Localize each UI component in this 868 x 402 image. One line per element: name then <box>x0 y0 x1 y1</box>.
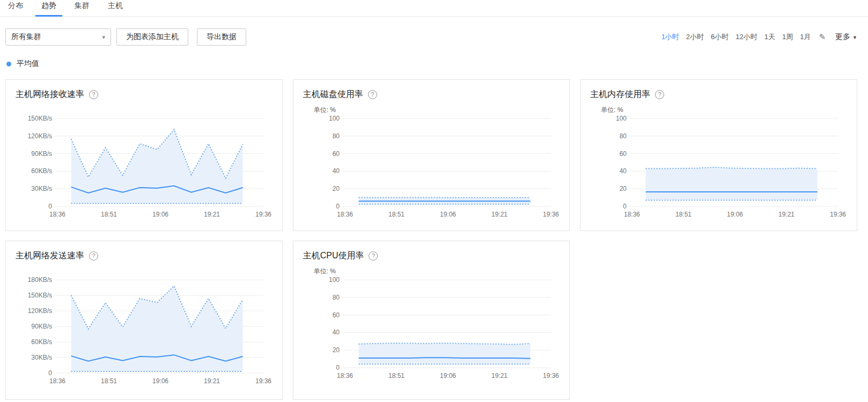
svg-text:30KB/s: 30KB/s <box>31 354 52 361</box>
tab-host[interactable]: 主机 <box>102 1 129 16</box>
help-icon[interactable]: ? <box>368 90 377 99</box>
chart-canvas[interactable]: 180KB/s150KB/s120KB/s90KB/s60KB/s30KB/s0… <box>16 276 273 389</box>
svg-text:100: 100 <box>329 115 340 122</box>
unit-label <box>16 262 273 276</box>
legend-label: 平均值 <box>17 59 39 69</box>
svg-text:20: 20 <box>620 185 627 192</box>
svg-text:18:51: 18:51 <box>101 211 117 218</box>
chart-title: 主机CPU使用率 <box>303 250 364 262</box>
svg-text:19:36: 19:36 <box>830 211 846 218</box>
svg-text:20: 20 <box>332 185 340 192</box>
time-range-1h[interactable]: 1小时 <box>661 32 679 42</box>
svg-text:40: 40 <box>332 329 340 336</box>
svg-text:0: 0 <box>48 369 52 377</box>
tab-distribution[interactable]: 分布 <box>2 1 29 16</box>
unit-label <box>16 100 273 114</box>
svg-text:120KB/s: 120KB/s <box>28 307 52 315</box>
svg-text:150KB/s: 150KB/s <box>28 292 52 299</box>
svg-text:19:06: 19:06 <box>152 211 168 218</box>
chart-canvas[interactable]: 10080604020018:3618:5119:0619:2119:36 <box>303 114 560 222</box>
svg-text:60: 60 <box>332 311 340 319</box>
charts-grid: 主机网络接收速率 ? 150KB/s120KB/s90KB/s60KB/s30K… <box>5 79 857 400</box>
svg-text:60: 60 <box>620 150 627 158</box>
chart-card-disk-usage: 主机磁盘使用率 ? 单位: % 10080604020018:3618:5119… <box>293 79 570 231</box>
legend-dot-icon <box>6 62 11 66</box>
chart-canvas[interactable]: 150KB/s120KB/s90KB/s60KB/s30KB/s018:3618… <box>16 114 273 222</box>
svg-text:18:51: 18:51 <box>388 211 404 218</box>
svg-text:80: 80 <box>332 132 340 140</box>
help-icon[interactable]: ? <box>655 90 664 99</box>
cluster-select-value: 所有集群 <box>11 32 41 42</box>
time-range-1d[interactable]: 1天 <box>764 32 775 42</box>
toolbar: 所有集群 ▾ 为图表添加主机 导出数据 1小时 2小时 6小时 12小时 1天 … <box>5 28 857 46</box>
unit-label: 单位: % <box>303 262 560 276</box>
unit-label: 单位: % <box>303 100 560 114</box>
svg-text:19:06: 19:06 <box>440 211 456 218</box>
svg-text:90KB/s: 90KB/s <box>31 150 52 158</box>
svg-text:18:36: 18:36 <box>337 372 353 379</box>
svg-text:80: 80 <box>620 132 627 140</box>
more-dropdown[interactable]: 更多▼ <box>835 32 857 42</box>
time-range-6h[interactable]: 6小时 <box>711 32 729 42</box>
chart-title: 主机磁盘使用率 <box>303 89 363 100</box>
svg-text:100: 100 <box>329 276 340 284</box>
help-icon[interactable]: ? <box>369 251 378 260</box>
svg-text:18:36: 18:36 <box>337 211 353 218</box>
svg-text:80: 80 <box>332 294 340 301</box>
chart-title: 主机网络发送速率 <box>16 250 84 262</box>
edit-pencil-icon[interactable]: ✎ <box>819 32 826 42</box>
chart-card-network-receive: 主机网络接收速率 ? 150KB/s120KB/s90KB/s60KB/s30K… <box>5 79 283 231</box>
chart-canvas[interactable]: 10080604020018:3618:5119:0619:2119:36 <box>590 114 847 222</box>
svg-text:19:36: 19:36 <box>255 377 271 385</box>
time-range-1m[interactable]: 1月 <box>800 32 811 42</box>
time-range-2h[interactable]: 2小时 <box>686 32 704 42</box>
svg-text:60: 60 <box>332 150 340 158</box>
svg-text:60KB/s: 60KB/s <box>31 167 52 175</box>
svg-text:19:06: 19:06 <box>440 372 456 379</box>
tab-trend[interactable]: 趋势 <box>35 1 62 16</box>
tab-bar: 分布 趋势 集群 主机 <box>0 0 868 17</box>
svg-text:180KB/s: 180KB/s <box>28 276 52 284</box>
time-range-1w[interactable]: 1周 <box>782 32 793 42</box>
chart-canvas[interactable]: 10080604020018:3618:5119:0619:2119:36 <box>303 276 560 383</box>
svg-text:120KB/s: 120KB/s <box>28 132 52 140</box>
legend-average[interactable]: 平均值 <box>6 59 868 69</box>
svg-text:0: 0 <box>336 364 340 371</box>
help-icon[interactable]: ? <box>89 90 98 99</box>
svg-text:19:21: 19:21 <box>491 372 507 379</box>
add-host-button[interactable]: 为图表添加主机 <box>116 28 188 46</box>
chart-card-cpu-usage: 主机CPU使用率 ? 单位: % 10080604020018:3618:511… <box>293 241 570 400</box>
time-range-bar: 1小时 2小时 6小时 12小时 1天 1周 1月 ✎ 更多▼ <box>654 32 857 42</box>
cluster-select[interactable]: 所有集群 ▾ <box>5 28 111 46</box>
help-icon[interactable]: ? <box>89 251 98 260</box>
svg-text:19:21: 19:21 <box>778 211 795 218</box>
svg-text:18:36: 18:36 <box>49 377 65 385</box>
svg-text:18:51: 18:51 <box>101 377 117 385</box>
time-range-12h[interactable]: 12小时 <box>735 32 757 42</box>
chevron-down-icon: ▾ <box>102 34 105 41</box>
svg-text:18:51: 18:51 <box>675 211 692 218</box>
svg-text:30KB/s: 30KB/s <box>31 185 52 192</box>
svg-text:18:51: 18:51 <box>388 372 404 379</box>
export-data-button[interactable]: 导出数据 <box>197 28 246 46</box>
svg-text:60KB/s: 60KB/s <box>31 338 52 346</box>
svg-text:0: 0 <box>623 203 627 210</box>
svg-text:19:36: 19:36 <box>255 211 271 218</box>
chart-card-network-send: 主机网络发送速率 ? 180KB/s150KB/s120KB/s90KB/s60… <box>5 241 283 400</box>
svg-text:18:36: 18:36 <box>49 211 65 218</box>
svg-text:0: 0 <box>336 203 340 210</box>
svg-text:100: 100 <box>616 115 627 122</box>
unit-label: 单位: % <box>590 100 847 114</box>
svg-text:150KB/s: 150KB/s <box>28 115 52 122</box>
chart-title: 主机网络接收速率 <box>16 89 84 100</box>
svg-text:18:36: 18:36 <box>624 211 640 218</box>
svg-text:19:06: 19:06 <box>152 377 168 385</box>
svg-text:40: 40 <box>620 167 627 175</box>
svg-text:19:36: 19:36 <box>543 211 559 218</box>
svg-text:19:21: 19:21 <box>204 377 220 385</box>
tab-cluster[interactable]: 集群 <box>69 1 95 16</box>
chart-title: 主机内存使用率 <box>590 89 650 100</box>
svg-text:19:06: 19:06 <box>727 211 743 218</box>
svg-text:20: 20 <box>332 346 340 354</box>
svg-text:19:21: 19:21 <box>204 211 220 218</box>
